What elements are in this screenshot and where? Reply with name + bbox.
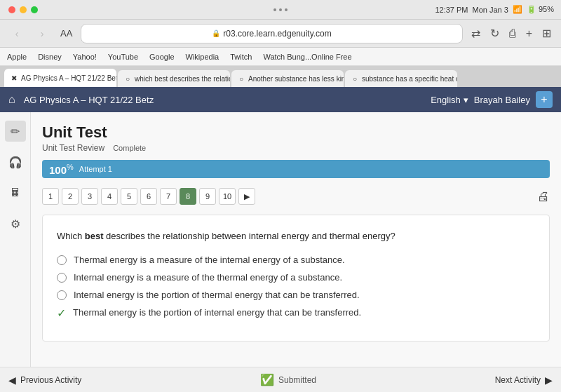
chevron-down-icon: ▾: [464, 95, 468, 105]
answer-text-c: Internal energy is the portion of therma…: [74, 290, 360, 300]
add-button[interactable]: +: [536, 91, 553, 108]
battery-icon: 🔋 95%: [527, 5, 554, 14]
user-name: Brayah Bailey: [474, 95, 530, 105]
bookmarks-bar: Apple Disney Yahoo! YouTube Google Wikip…: [0, 48, 561, 66]
tab-2[interactable]: ○ which best describes the relationship.…: [118, 70, 230, 87]
q-num-1[interactable]: 1: [42, 188, 59, 205]
window-controls[interactable]: [0, 6, 38, 13]
q-num-4[interactable]: 4: [101, 188, 118, 205]
print-button[interactable]: 🖨: [537, 189, 550, 204]
cast-button[interactable]: ⇄: [468, 27, 483, 40]
page-title: Unit Test: [42, 123, 550, 142]
submitted-label: Submitted: [278, 375, 316, 385]
forward-button[interactable]: ›: [32, 24, 52, 43]
radio-c[interactable]: [57, 290, 67, 300]
headphones-icon[interactable]: 🎧: [5, 151, 26, 173]
radio-a[interactable]: [57, 255, 67, 265]
browser-navbar: ‹ › AA 🔒 r03.core.learn.edgenuity.com ⇄ …: [0, 20, 561, 48]
lock-icon: 🔒: [212, 29, 220, 37]
tab-favicon-2: ○: [123, 74, 132, 83]
q-num-10[interactable]: 10: [219, 188, 236, 205]
answer-option-b[interactable]: Internal energy is a measure of the ther…: [57, 272, 535, 283]
header-right: English ▾ Brayah Bailey +: [431, 91, 553, 108]
complete-badge: Complete: [113, 144, 146, 152]
app-header: ⌂ AG Physics A – HQT 21/22 Betz English …: [0, 87, 561, 112]
tab-1[interactable]: ✖ AG Physics A – HQT 21/22 Betz – Edg...: [4, 69, 116, 87]
next-arrow-icon: ▶: [545, 374, 553, 386]
q-num-3[interactable]: 3: [81, 188, 98, 205]
tab-3[interactable]: ○ Another substance has less kinetic e..…: [231, 70, 344, 87]
q-num-5[interactable]: 5: [121, 188, 137, 205]
settings-icon[interactable]: ⚙: [5, 213, 26, 234]
prev-activity-label: Previous Activity: [20, 375, 81, 385]
maximize-window-btn[interactable]: [31, 6, 38, 13]
answer-text-d: Thermal energy is the portion of interna…: [73, 307, 361, 318]
q-num-2[interactable]: 2: [62, 188, 79, 205]
answer-option-d[interactable]: ✓ Thermal energy is the portion of inter…: [57, 307, 535, 320]
time-display: 12:37 PM: [435, 6, 468, 14]
prev-activity-button[interactable]: ◀ Previous Activity: [8, 374, 81, 386]
tab-4[interactable]: ○ substance has a specific heat of 0.87.…: [345, 70, 457, 87]
q-num-8[interactable]: 8: [180, 188, 196, 205]
bookmark-apple[interactable]: Apple: [7, 53, 27, 61]
url-text: r03.core.learn.edgenuity.com: [223, 29, 332, 39]
language-selector[interactable]: English ▾: [431, 95, 468, 105]
bookmark-youtube[interactable]: YouTube: [108, 53, 138, 61]
question-bold-word: best: [85, 231, 104, 241]
bookmark-disney[interactable]: Disney: [38, 53, 62, 61]
new-tab-button[interactable]: +: [523, 27, 535, 40]
progress-percentage: 100%: [49, 163, 74, 176]
browser-status: 12:37 PM Mon Jan 3 📶 🔋 95%: [435, 5, 554, 14]
progress-bar: 100% Attempt 1: [42, 160, 550, 178]
question-nav: 1 2 3 4 5 6 7 8 9 10 ▶ 🖨: [42, 188, 550, 205]
share-button[interactable]: ⎙: [506, 27, 519, 40]
bookmark-twitch[interactable]: Twitch: [230, 53, 252, 61]
bottom-bar: ◀ Previous Activity ✅ Submitted Next Act…: [0, 367, 561, 392]
bookmark-wikipedia[interactable]: Wikipedia: [186, 53, 219, 61]
content-area: Unit Test Unit Test Review Complete 100%…: [31, 112, 561, 367]
reload-button[interactable]: ↻: [487, 27, 502, 40]
text-size-button[interactable]: AA: [58, 28, 75, 39]
course-title: AG Physics A – HQT 21/22 Betz: [24, 95, 422, 105]
subtitle-row: Unit Test Review Complete: [42, 143, 550, 153]
close-window-btn[interactable]: [8, 6, 15, 13]
progress-symbol: %: [67, 163, 74, 171]
tab-favicon-1: ✖: [10, 74, 18, 82]
url-bar[interactable]: 🔒 r03.core.learn.edgenuity.com: [81, 24, 462, 43]
prev-arrow-icon: ◀: [8, 374, 16, 386]
tabs-button[interactable]: ⊞: [539, 27, 554, 40]
answer-option-a[interactable]: Thermal energy is a measure of the inter…: [57, 255, 535, 265]
tab-label-4: substance has a specific heat of 0.87...: [362, 75, 457, 83]
bookmark-google[interactable]: Google: [149, 53, 174, 61]
subtitle-text: Unit Test Review: [42, 143, 104, 153]
radio-b[interactable]: [57, 273, 67, 283]
q-num-9[interactable]: 9: [199, 188, 216, 205]
next-activity-label: Next Activity: [495, 375, 541, 385]
tab-label-2: which best describes the relationship...: [135, 75, 230, 83]
minimize-window-btn[interactable]: [20, 6, 27, 13]
q-nav-next-arrow[interactable]: ▶: [238, 188, 255, 205]
bookmark-watchbung[interactable]: Watch Bung...Online Free: [263, 53, 351, 61]
answer-option-c[interactable]: Internal energy is the portion of therma…: [57, 290, 535, 300]
bookmark-yahoo[interactable]: Yahoo!: [73, 53, 97, 61]
q-num-7[interactable]: 7: [160, 188, 177, 205]
main-layout: ✏ 🎧 🖩 ⚙ Unit Test Unit Test Review Compl…: [0, 112, 561, 367]
q-num-6[interactable]: 6: [140, 188, 157, 205]
next-activity-button[interactable]: Next Activity ▶: [495, 374, 553, 386]
browser-titlebar: 12:37 PM Mon Jan 3 📶 🔋 95%: [0, 0, 561, 20]
tab-favicon-3: ○: [237, 74, 245, 83]
back-button[interactable]: ‹: [7, 24, 27, 43]
answer-text-b: Internal energy is a measure of the ther…: [74, 272, 342, 283]
submitted-badge: ✅ Submitted: [260, 373, 316, 386]
pencil-icon[interactable]: ✏: [5, 121, 26, 142]
date-display: Mon Jan 3: [473, 6, 508, 14]
submitted-check-icon: ✅: [260, 373, 274, 386]
calculator-icon[interactable]: 🖩: [5, 182, 26, 203]
wifi-icon: 📶: [513, 5, 522, 14]
attempt-label: Attempt 1: [79, 165, 112, 173]
question-text: Which best describes the relationship be…: [57, 229, 535, 243]
tab-label-3: Another substance has less kinetic e...: [248, 75, 344, 83]
tab-favicon-4: ○: [351, 74, 359, 83]
home-icon[interactable]: ⌂: [8, 93, 15, 106]
question-card: Which best describes the relationship be…: [42, 215, 550, 342]
